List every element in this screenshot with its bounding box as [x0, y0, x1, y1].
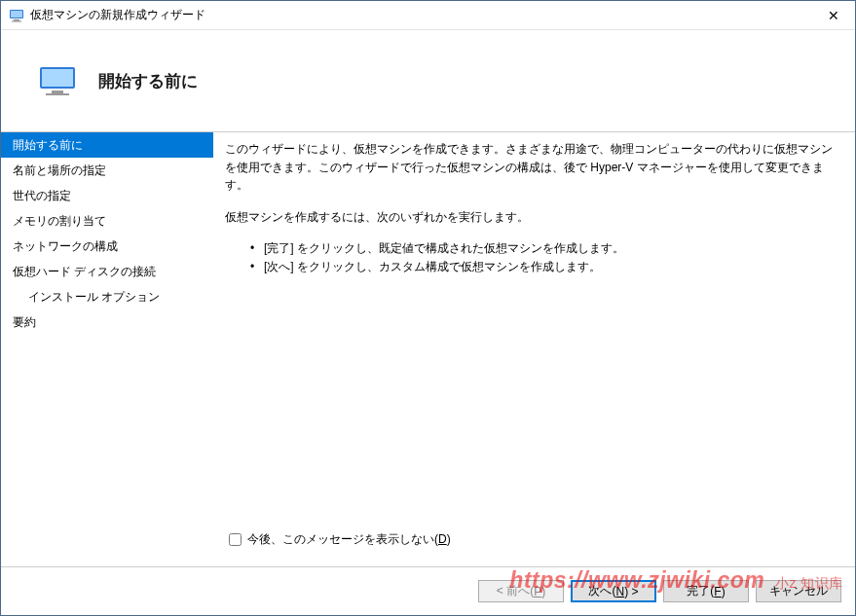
titlebar: 仮想マシンの新規作成ウィザード ✕	[1, 1, 855, 30]
options-list: [完了] をクリックし、既定値で構成された仮想マシンを作成します。 [次へ] を…	[225, 239, 837, 275]
wizard-window: 仮想マシンの新規作成ウィザード ✕ 開始する前に 開始する前に 名前と場所の指定	[0, 0, 856, 616]
previous-button: < 前へ(P)	[478, 580, 564, 602]
next-button[interactable]: 次へ(N) >	[571, 580, 656, 602]
page-title: 開始する前に	[98, 70, 198, 92]
sidebar-item-label: ネットワークの構成	[13, 239, 118, 253]
intro-paragraph-2: 仮想マシンを作成するには、次のいずれかを実行します。	[225, 208, 837, 227]
sidebar-item-label: 開始する前に	[13, 138, 83, 152]
sidebar-item-label: 名前と場所の指定	[13, 163, 106, 177]
list-item: [次へ] をクリックし、カスタム構成で仮想マシンを作成します。	[254, 258, 837, 276]
svg-rect-3	[12, 20, 21, 21]
sidebar-item-label: 世代の指定	[13, 189, 71, 202]
sidebar-item-install-options[interactable]: インストール オプション	[1, 284, 213, 309]
sidebar-item-label: 仮想ハード ディスクの接続	[13, 265, 156, 278]
close-icon: ✕	[828, 8, 839, 23]
list-item: [完了] をクリックし、既定値で構成された仮想マシンを作成します。	[254, 239, 837, 258]
cancel-button[interactable]: キャンセル	[756, 580, 841, 602]
sidebar-item-virtual-disk[interactable]: 仮想ハード ディスクの接続	[1, 259, 213, 284]
header-icon	[38, 61, 77, 100]
close-button[interactable]: ✕	[811, 1, 855, 30]
wizard-steps-sidebar: 開始する前に 名前と場所の指定 世代の指定 メモリの割り当て ネットワークの構成…	[1, 132, 213, 566]
svg-rect-7	[46, 93, 69, 95]
wizard-content: このウィザードにより、仮想マシンを作成できます。さまざまな用途で、物理コンピュー…	[213, 132, 855, 566]
window-title: 仮想マシンの新規作成ウィザード	[30, 7, 811, 23]
svg-rect-1	[11, 11, 22, 18]
wizard-header: 開始する前に	[1, 30, 855, 132]
dont-show-again-row: 今後、このメッセージを表示しない(D)	[225, 530, 837, 549]
svg-rect-2	[14, 19, 19, 21]
sidebar-item-network[interactable]: ネットワークの構成	[1, 234, 213, 259]
sidebar-item-label: 要約	[13, 315, 36, 329]
wizard-body: 開始する前に 名前と場所の指定 世代の指定 メモリの割り当て ネットワークの構成…	[1, 132, 855, 566]
dont-show-label[interactable]: 今後、このメッセージを表示しない(D)	[247, 530, 451, 549]
app-icon	[9, 8, 24, 23]
sidebar-item-memory[interactable]: メモリの割り当て	[1, 208, 213, 234]
finish-button[interactable]: 完了(F)	[663, 580, 749, 602]
button-row: < 前へ(P) 次へ(N) > 完了(F) キャンセル	[1, 566, 855, 615]
intro-paragraph-1: このウィザードにより、仮想マシンを作成できます。さまざまな用途で、物理コンピュー…	[225, 140, 837, 195]
sidebar-item-before-start[interactable]: 開始する前に	[1, 132, 213, 158]
svg-rect-6	[52, 91, 63, 93]
sidebar-item-summary[interactable]: 要約	[1, 309, 213, 335]
sidebar-item-label: メモリの割り当て	[13, 214, 106, 228]
svg-rect-5	[42, 69, 73, 87]
sidebar-item-label: インストール オプション	[28, 290, 160, 304]
sidebar-item-generation[interactable]: 世代の指定	[1, 183, 213, 208]
spacer	[225, 276, 837, 521]
dont-show-checkbox[interactable]	[229, 533, 242, 546]
sidebar-item-name-location[interactable]: 名前と場所の指定	[1, 158, 213, 183]
